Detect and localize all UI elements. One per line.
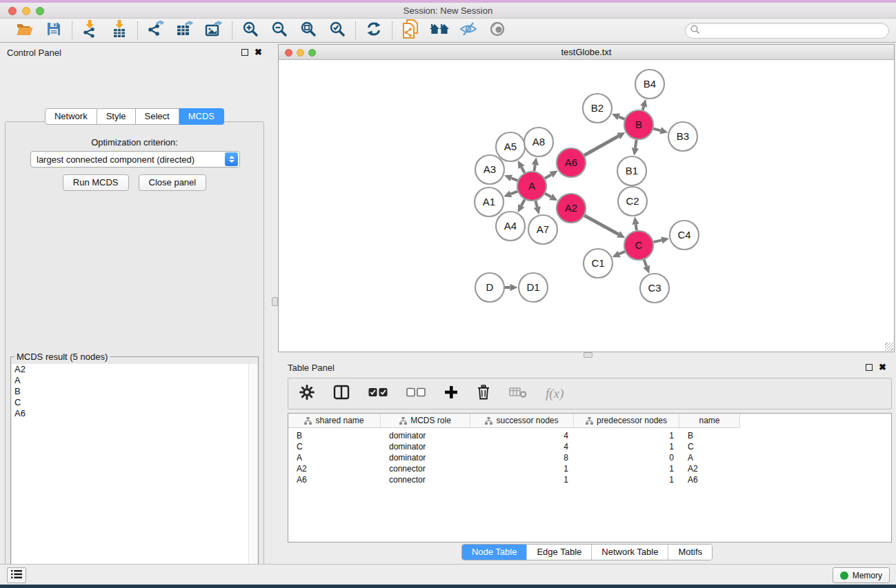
tab-network[interactable]: Network [45, 108, 97, 125]
list-item[interactable]: A6 [12, 408, 249, 419]
table-cell[interactable]: 1 [574, 430, 679, 441]
network-window-titlebar[interactable]: testGlobe.txt [279, 45, 894, 60]
export-network-button[interactable] [147, 21, 165, 39]
float-panel-icon[interactable] [241, 49, 248, 56]
tab-edge-table[interactable]: Edge Table [526, 545, 591, 560]
column-header-successor-nodes[interactable]: successor nodes [470, 414, 574, 428]
close-table-panel-icon[interactable]: ✖ [879, 364, 886, 371]
table-cell[interactable]: 1 [470, 474, 574, 485]
table-cell[interactable]: dominator [381, 430, 470, 441]
import-network-button[interactable] [81, 21, 99, 39]
table-cell[interactable]: A2 [288, 463, 381, 474]
table-cell[interactable]: A2 [679, 463, 740, 474]
function-builder-button[interactable]: f(x) [546, 385, 564, 403]
export-table-button[interactable] [176, 21, 194, 39]
table-cell[interactable]: 1 [574, 441, 679, 452]
import-table-button[interactable] [110, 21, 128, 39]
table-cell[interactable]: B [679, 430, 740, 441]
table-row[interactable]: Bdominator41B [288, 430, 891, 441]
table-cell[interactable]: A [288, 452, 381, 463]
graph-edge[interactable] [545, 174, 551, 179]
table-row[interactable]: Adominator80A [288, 452, 891, 463]
table-cell[interactable]: dominator [381, 441, 470, 452]
graph-edge[interactable] [534, 165, 535, 171]
graph-edge[interactable] [545, 194, 551, 197]
window-resize-grip[interactable] [885, 343, 893, 351]
table-cell[interactable]: 8 [470, 452, 574, 463]
list-item[interactable]: A [12, 375, 249, 386]
graph-edge[interactable] [636, 224, 637, 230]
tab-network-table[interactable]: Network Table [591, 545, 668, 560]
hide-eye-button[interactable] [459, 21, 477, 39]
toggle-columns-button[interactable] [333, 385, 350, 403]
tab-node-table[interactable]: Node Table [462, 545, 527, 560]
graph-edge[interactable] [521, 199, 525, 205]
column-header-MCDS-role[interactable]: MCDS role [381, 414, 470, 428]
network-close-button[interactable] [285, 49, 292, 57]
table-cell[interactable]: connector [381, 463, 470, 474]
table-cell[interactable]: connector [381, 474, 470, 485]
select-all-button[interactable] [368, 385, 388, 403]
run-mcds-button[interactable]: Run MCDS [63, 174, 129, 191]
list-item[interactable]: C [12, 397, 249, 408]
open-file-button[interactable] [16, 21, 34, 39]
graph-edge[interactable] [643, 106, 644, 110]
table-cell[interactable]: 4 [470, 441, 574, 452]
search-field[interactable] [685, 23, 889, 39]
table-settings-button[interactable] [299, 385, 315, 403]
mcds-list-scrollbar[interactable] [248, 364, 257, 588]
list-item[interactable]: A2 [12, 364, 249, 375]
table-cell[interactable]: A [679, 452, 740, 463]
memory-button[interactable]: Memory [833, 567, 890, 583]
vertical-splitter-handle[interactable] [272, 297, 278, 306]
tab-mcds[interactable]: MCDS [179, 108, 224, 125]
table-cell[interactable]: 1 [574, 463, 679, 474]
zoom-window-button[interactable] [36, 7, 44, 15]
minimize-window-button[interactable] [22, 7, 30, 15]
close-panel-button[interactable]: Close panel [139, 174, 207, 191]
graph-edge[interactable] [619, 116, 624, 119]
eye-button[interactable] [488, 21, 506, 39]
table-cell[interactable]: 4 [470, 430, 574, 441]
table-row[interactable]: Cdominator41C [288, 441, 891, 452]
delete-rows-button[interactable] [477, 385, 490, 403]
deselect-all-button[interactable] [406, 385, 426, 403]
tab-select[interactable]: Select [136, 108, 179, 125]
table-cell[interactable]: B [288, 430, 381, 441]
table-row[interactable]: A2connector11A2 [288, 463, 891, 474]
save-session-button[interactable] [45, 21, 63, 39]
table-cell[interactable]: A6 [288, 474, 381, 485]
homes-button[interactable] [430, 21, 448, 39]
table-cell[interactable]: 0 [574, 452, 679, 463]
export-image-button[interactable] [205, 21, 223, 39]
horizontal-splitter-handle[interactable] [584, 352, 593, 358]
table-cell[interactable]: C [679, 441, 740, 452]
zoom-in-button[interactable] [241, 21, 259, 39]
graph-edge[interactable] [584, 216, 618, 234]
zoom-fit-button[interactable] [299, 21, 317, 39]
table-cell[interactable]: dominator [381, 452, 470, 463]
graph-edge[interactable] [619, 252, 625, 254]
graph-edge[interactable] [511, 178, 517, 181]
graph-edge[interactable] [521, 167, 524, 172]
close-panel-icon[interactable]: ✖ [255, 49, 262, 56]
graph-edge[interactable] [584, 136, 619, 155]
graph-edge[interactable] [510, 192, 517, 194]
tab-style[interactable]: Style [97, 108, 136, 125]
criterion-select[interactable]: largest connected component (directed) [30, 151, 240, 168]
add-row-button[interactable] [444, 385, 458, 403]
float-table-panel-icon[interactable] [866, 364, 873, 371]
zoom-out-button[interactable] [270, 21, 288, 39]
search-input[interactable] [701, 23, 888, 38]
column-header-shared-name[interactable]: shared name [288, 414, 381, 428]
graph-edge[interactable] [535, 201, 537, 207]
network-file-button[interactable] [401, 21, 419, 39]
table-cell[interactable]: A6 [679, 474, 740, 485]
network-minimize-button[interactable] [297, 49, 304, 57]
graph-edge[interactable] [644, 260, 647, 267]
list-item[interactable]: B [12, 386, 249, 397]
task-history-button[interactable] [7, 567, 26, 583]
table-cell[interactable]: 1 [574, 474, 679, 485]
column-header-predecessor-nodes[interactable]: predecessor nodes [574, 414, 679, 428]
graph-edge[interactable] [653, 129, 660, 131]
